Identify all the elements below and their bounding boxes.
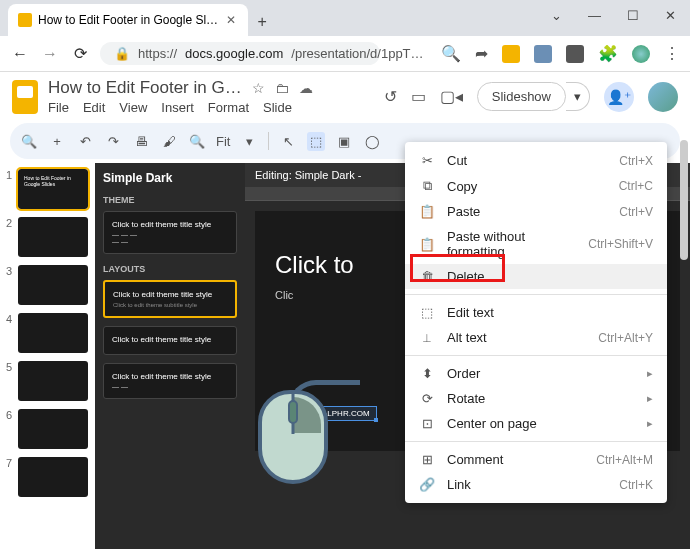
- profile-avatar-icon[interactable]: [632, 45, 650, 63]
- extensions-icon[interactable]: 🧩: [598, 44, 618, 63]
- slideshow-button[interactable]: Slideshow: [477, 82, 566, 111]
- shape-tool-icon[interactable]: ◯: [363, 134, 381, 149]
- back-icon[interactable]: ←: [10, 45, 30, 63]
- thumb-num: 3: [6, 265, 14, 277]
- thumb-num: 5: [6, 361, 14, 373]
- share-icon[interactable]: ➦: [475, 44, 488, 63]
- video-call-icon[interactable]: ▢◂: [440, 87, 463, 106]
- ctx-paste-nf[interactable]: 📋Paste without formattingCtrl+Shift+V: [405, 224, 667, 264]
- comments-icon[interactable]: ▭: [411, 87, 426, 106]
- minimize-icon[interactable]: —: [588, 8, 601, 23]
- trash-icon: 🗑: [419, 269, 435, 284]
- ctx-cut[interactable]: ✂CutCtrl+X: [405, 148, 667, 173]
- ctx-link[interactable]: 🔗LinkCtrl+K: [405, 472, 667, 497]
- layout-card[interactable]: Click to edit theme title style: [103, 326, 237, 355]
- history-icon[interactable]: ↺: [384, 87, 397, 106]
- undo-icon[interactable]: ↶: [76, 134, 94, 149]
- slides-header: How to Edit Footer in G… ☆ 🗀 ☁ File Edit…: [0, 72, 690, 119]
- slide-thumb-5[interactable]: [18, 361, 88, 401]
- select-tool-icon[interactable]: ↖: [279, 134, 297, 149]
- zoom-icon[interactable]: 🔍: [188, 134, 206, 149]
- theme-panel: Simple Dark THEME Click to edit theme ti…: [95, 163, 245, 549]
- redo-icon[interactable]: ↷: [104, 134, 122, 149]
- slide-thumb-4[interactable]: [18, 313, 88, 353]
- extension-2-icon[interactable]: [534, 45, 552, 63]
- center-icon: ⊡: [419, 416, 435, 431]
- print-icon[interactable]: 🖶: [132, 134, 150, 149]
- new-tab-button[interactable]: +: [248, 8, 276, 36]
- thumb-num: 4: [6, 313, 14, 325]
- cut-icon: ✂: [419, 153, 435, 168]
- close-tab-icon[interactable]: ✕: [224, 13, 238, 27]
- order-icon: ⬍: [419, 366, 435, 381]
- extension-3-icon[interactable]: [566, 45, 584, 63]
- thumbnail-panel: 1How to Edit Footer in Google Slides 2 3…: [0, 163, 95, 549]
- layout-card-selected[interactable]: Click to edit theme title styleClick to …: [103, 280, 237, 318]
- url-host: docs.google.com: [185, 46, 283, 61]
- ctx-delete[interactable]: 🗑Delete: [405, 264, 667, 289]
- theme-section-label: THEME: [103, 195, 237, 205]
- paint-format-icon[interactable]: 🖌: [160, 134, 178, 149]
- textbox-tool-icon[interactable]: ⬚: [307, 132, 325, 151]
- account-avatar[interactable]: [648, 82, 678, 112]
- ctx-copy[interactable]: ⧉CopyCtrl+C: [405, 173, 667, 199]
- chevron-down-icon[interactable]: ⌄: [551, 8, 562, 23]
- zoom-dropdown-icon[interactable]: ▾: [240, 134, 258, 149]
- link-icon: 🔗: [419, 477, 435, 492]
- context-menu: ✂CutCtrl+X ⧉CopyCtrl+C 📋PasteCtrl+V 📋Pas…: [405, 142, 667, 503]
- menu-slide[interactable]: Slide: [263, 100, 292, 115]
- vertical-scrollbar[interactable]: [680, 140, 688, 260]
- slideshow-dropdown[interactable]: ▾: [566, 82, 590, 111]
- menu-bar: File Edit View Insert Format Slide: [48, 100, 374, 115]
- close-window-icon[interactable]: ✕: [665, 8, 676, 23]
- new-slide-icon[interactable]: +: [48, 134, 66, 149]
- slide-thumb-7[interactable]: [18, 457, 88, 497]
- slide-thumb-1[interactable]: How to Edit Footer in Google Slides: [18, 169, 88, 209]
- menu-file[interactable]: File: [48, 100, 69, 115]
- ctx-rotate[interactable]: ⟳Rotate▸: [405, 386, 667, 411]
- slide-thumb-3[interactable]: [18, 265, 88, 305]
- move-icon[interactable]: 🗀: [275, 80, 289, 96]
- slide-thumb-2[interactable]: [18, 217, 88, 257]
- share-button[interactable]: 👤⁺: [604, 82, 634, 112]
- search-icon[interactable]: 🔍: [441, 44, 461, 63]
- ctx-center[interactable]: ⊡Center on page▸: [405, 411, 667, 436]
- window-controls: ⌄ — ☐ ✕: [537, 0, 690, 31]
- slides-logo-icon[interactable]: [12, 80, 38, 114]
- browser-tab-strip: How to Edit Footer in Google Sl… ✕ + ⌄ —…: [0, 0, 690, 36]
- theme-name: Simple Dark: [103, 171, 237, 185]
- ctx-edit-text[interactable]: ⬚Edit text: [405, 300, 667, 325]
- menu-dots-icon[interactable]: ⋮: [664, 44, 680, 63]
- menu-format[interactable]: Format: [208, 100, 249, 115]
- ctx-paste[interactable]: 📋PasteCtrl+V: [405, 199, 667, 224]
- cloud-icon[interactable]: ☁: [299, 80, 313, 96]
- extension-1-icon[interactable]: [502, 45, 520, 63]
- selected-textbox[interactable]: ALPHR.COM: [315, 406, 377, 421]
- comment-icon: ⊞: [419, 452, 435, 467]
- ctx-alt-text[interactable]: ⟂Alt textCtrl+Alt+Y: [405, 325, 667, 350]
- slides-favicon: [18, 13, 32, 27]
- image-tool-icon[interactable]: ▣: [335, 134, 353, 149]
- thumb-num: 1: [6, 169, 14, 181]
- star-icon[interactable]: ☆: [252, 80, 265, 96]
- forward-icon[interactable]: →: [40, 45, 60, 63]
- url-path: /presentation/d/1ppT…: [291, 46, 423, 61]
- ctx-order[interactable]: ⬍Order▸: [405, 361, 667, 386]
- thumb-num: 7: [6, 457, 14, 469]
- layout-card[interactable]: Click to edit theme title style— —: [103, 363, 237, 399]
- active-tab[interactable]: How to Edit Footer in Google Sl… ✕: [8, 4, 248, 36]
- theme-card[interactable]: Click to edit theme title style— — —— —: [103, 211, 237, 254]
- zoom-level[interactable]: Fit: [216, 134, 230, 149]
- menu-insert[interactable]: Insert: [161, 100, 194, 115]
- menu-edit[interactable]: Edit: [83, 100, 105, 115]
- lock-icon: 🔒: [114, 46, 130, 61]
- slide-thumb-6[interactable]: [18, 409, 88, 449]
- menu-view[interactable]: View: [119, 100, 147, 115]
- reload-icon[interactable]: ⟳: [70, 44, 90, 63]
- ctx-comment[interactable]: ⊞CommentCtrl+Alt+M: [405, 447, 667, 472]
- thumb-num: 6: [6, 409, 14, 421]
- search-menus-icon[interactable]: 🔍: [20, 134, 38, 149]
- url-field[interactable]: 🔒 https://docs.google.com/presentation/d…: [100, 42, 380, 65]
- maximize-icon[interactable]: ☐: [627, 8, 639, 23]
- doc-title[interactable]: How to Edit Footer in G…: [48, 78, 242, 98]
